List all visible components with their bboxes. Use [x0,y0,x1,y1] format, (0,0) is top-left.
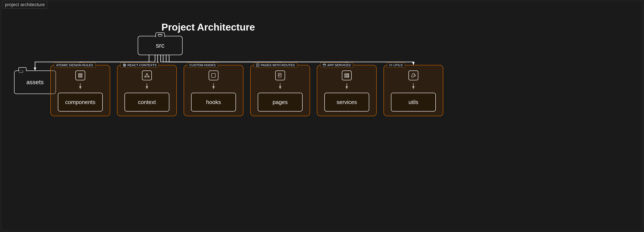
assets-node: assets [14,70,56,94]
svg-rect-20 [19,70,23,73]
context-icon [142,70,152,80]
svg-point-43 [348,74,348,74]
title-badge: project architecture [2,1,47,8]
src-node: src [138,36,182,55]
svg-rect-21 [78,74,82,74]
context-group-label-text: REACT CONTEXTS [128,63,156,67]
src-label: src [156,42,164,49]
title-badge-text: project architecture [5,2,45,7]
src-folder-tab [156,32,165,37]
svg-rect-23 [78,76,82,77]
svg-line-30 [146,74,146,76]
pages-group-label-text: PAGES WITH ROUTES [261,63,295,67]
svg-line-31 [148,74,148,76]
svg-point-44 [348,76,348,76]
hooks-group-label-text: CUSTOM HOOKS [190,63,216,67]
group-utils: UTILS utils [384,65,443,116]
pages-label: pages [273,99,288,106]
main-title-text: Project Architecture [162,22,255,33]
pages-inner-node: pages [258,93,302,112]
hooks-label: hooks [206,99,221,106]
svg-rect-33 [212,74,216,77]
services-label: services [336,99,357,106]
hooks-inner-node: hooks [191,93,236,112]
svg-rect-38 [278,73,281,77]
components-group-label-text: ATOMIC DESIGN RULES [56,63,93,67]
hooks-icon [208,70,218,80]
components-icon [76,70,85,80]
utils-label: utils [408,99,418,106]
services-inner-node: services [324,93,369,112]
assets-folder-tab [18,67,26,71]
group-services: APP SERVICES services [317,65,377,116]
group-pages-label: PAGES WITH ROUTES [254,62,297,68]
group-components-label: ATOMIC DESIGN RULES [54,62,96,68]
group-context-label: REACT CONTEXTS [120,62,159,68]
svg-rect-46 [390,65,392,66]
svg-rect-22 [78,75,82,76]
components-inner-node: components [58,93,103,112]
utils-inner-node: utils [391,93,436,112]
assets-label: assets [26,79,44,86]
group-context: REACT CONTEXTS context [117,65,177,116]
context-label: context [138,99,156,106]
group-utils-label: UTILS [387,62,405,68]
utils-icon [408,70,418,80]
svg-point-45 [348,77,348,77]
group-hooks-label: CUSTOM HOOKS [187,62,218,68]
group-services-label: APP SERVICES [320,62,353,68]
main-title: Project Architecture [162,21,255,33]
services-icon [342,70,352,80]
pages-icon [275,70,285,80]
group-components: ATOMIC DESIGN RULES components [50,65,110,116]
group-pages: PAGES WITH ROUTES pages [250,65,310,116]
svg-point-27 [146,74,148,75]
context-inner-node: context [124,93,169,112]
services-group-label-text: APP SERVICES [327,63,351,67]
group-hooks: CUSTOM HOOKS hooks [184,65,244,116]
components-label: components [65,99,96,106]
utils-group-label-text: UTILS [394,63,403,67]
